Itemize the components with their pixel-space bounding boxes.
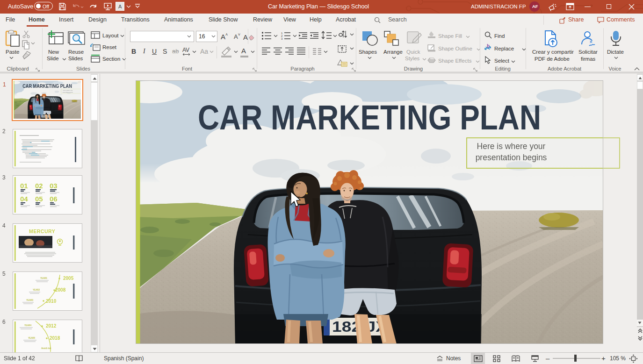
svg-text:2018: 2018 — [50, 335, 60, 341]
svg-text:2010: 2010 — [46, 299, 57, 304]
svg-text:YEAR5: YEAR5 — [28, 337, 36, 339]
svg-text:05: 05 — [35, 195, 43, 203]
svg-text:Avoid risk: Avoid risk — [41, 347, 51, 350]
svg-text:02: 02 — [35, 182, 43, 190]
svg-text:2008: 2008 — [55, 287, 66, 293]
svg-text:06: 06 — [50, 195, 58, 203]
svg-text:01: 01 — [20, 182, 28, 190]
svg-text:YEAR4: YEAR4 — [24, 324, 32, 327]
svg-text:MERCURY: MERCURY — [29, 228, 55, 234]
svg-text:YEAR1: YEAR1 — [40, 277, 48, 279]
svg-text:YEAR3: YEAR3 — [26, 299, 34, 301]
svg-text:2012: 2012 — [46, 323, 57, 328]
svg-text:YEAR2: YEAR2 — [33, 289, 40, 291]
svg-text:04: 04 — [20, 195, 28, 203]
svg-text:2005: 2005 — [63, 276, 74, 281]
svg-text:03: 03 — [50, 182, 58, 190]
